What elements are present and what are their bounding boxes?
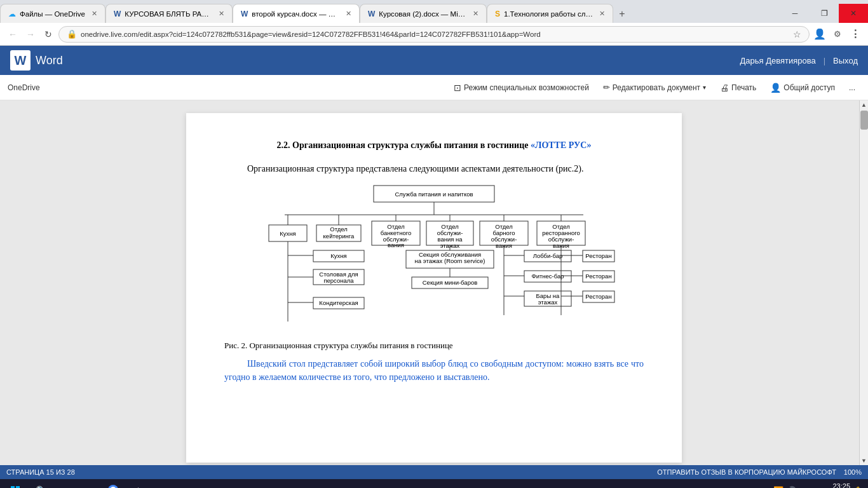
svg-text:Секция мини-баров: Секция мини-баров <box>423 279 478 286</box>
para2-text: Шведский стол представляет собой широкий… <box>224 359 644 382</box>
doc-content: 2.2. Организационная структура службы пи… <box>0 100 868 465</box>
word-tab1-icon: W <box>114 10 121 18</box>
tab-word1[interactable]: W КУРСОВАЯ БЛЯТЬ РАБОТА.d... ✕ <box>105 4 233 23</box>
address-text: onedrive.live.com/edit.aspx?cid=124c0727… <box>81 30 789 38</box>
browser-chrome: ☁ Файлы — OneDrive ✕ W КУРСОВАЯ БЛЯТЬ РА… <box>0 0 868 46</box>
print-icon: 🖨 <box>720 83 729 93</box>
lock-icon: 🔒 <box>67 29 77 39</box>
svg-text:Кухня: Кухня <box>280 230 295 237</box>
toolbar: OneDrive ⊡ Режим специальных возможносте… <box>0 75 868 100</box>
word-header: W Word Дарья Девятиярова | Выход <box>0 46 868 75</box>
nav-bar: ← → ↻ 🔒 onedrive.live.com/edit.aspx?cid=… <box>0 23 868 46</box>
svg-text:на этажах (Room service): на этажах (Room service) <box>415 257 485 264</box>
paragraph-1: Организационная структура представлена с… <box>224 162 644 175</box>
tab-onedrive-label: Файлы — OneDrive <box>20 10 85 18</box>
tab-word2-active[interactable]: W второй курсач.docx — Micro... ✕ <box>233 4 360 23</box>
menu-button[interactable]: ⋮ <box>848 27 863 42</box>
windows-taskbar: 🔍 ⧉ ✉ 🛍 📶 🔊 РУС 23:25 18.11.2019 🔔 <box>0 479 868 488</box>
back-button[interactable]: ← <box>5 27 20 42</box>
accessibility-icon: ⊡ <box>454 83 461 93</box>
word-app-name: Word <box>36 54 63 67</box>
user-name: Дарья Девятиярова <box>740 56 815 65</box>
section-heading: 2.2. Организационная структура службы пи… <box>224 139 644 152</box>
extensions-button[interactable]: ⚙ <box>830 27 845 42</box>
tab-tech-label: 1.Технология работы служб... <box>504 10 593 18</box>
forward-button[interactable]: → <box>23 27 38 42</box>
svg-text:Ресторан: Ресторан <box>585 252 611 259</box>
word-header-right: Дарья Девятиярова | Выход <box>740 56 858 65</box>
tab-onedrive[interactable]: ☁ Файлы — OneDrive ✕ <box>0 4 105 23</box>
svg-text:Отдел: Отдел <box>330 226 347 233</box>
tab-tech-close[interactable]: ✕ <box>599 10 605 18</box>
notifications-icon[interactable]: 🔔 <box>853 486 863 489</box>
tab-word1-close[interactable]: ✕ <box>219 10 224 18</box>
scroll-up-button[interactable]: ▲ <box>860 100 868 109</box>
word-tab3-icon: W <box>368 10 375 18</box>
reload-button[interactable]: ↻ <box>41 27 56 42</box>
store-taskbar-button[interactable]: 🛍 <box>128 479 151 488</box>
word-icon: W <box>10 50 31 71</box>
toolbar-right: ⊡ Режим специальных возможностей ✏ Редак… <box>449 80 860 95</box>
svg-text:этажах: этажах <box>538 299 558 306</box>
zoom-level: 100% <box>844 468 862 476</box>
bookmark-icon[interactable]: ☆ <box>793 29 801 39</box>
edit-chevron-icon: ▾ <box>703 84 706 91</box>
start-button[interactable] <box>3 479 28 488</box>
tab-onedrive-close[interactable]: ✕ <box>92 10 97 18</box>
section-title-link[interactable]: «ЛОТТЕ РУС» <box>531 140 591 150</box>
tab-word2-close[interactable]: ✕ <box>346 10 351 18</box>
profile-button[interactable]: 👤 <box>812 27 827 42</box>
feedback-text: ОТПРАВИТЬ ОТЗЫВ В КОРПОРАЦИЮ МАЙКРОСОФТ <box>657 468 836 476</box>
org-chart: Служба питания и напитков Кухня <box>224 182 644 334</box>
volume-icon: 🔊 <box>786 486 796 489</box>
share-icon: 👤 <box>770 83 781 93</box>
tab-kursovaya[interactable]: W Курсовая (2).docx — Microsof... ✕ <box>360 4 487 23</box>
mail-taskbar-button[interactable]: ✉ <box>78 479 100 488</box>
task-view-button[interactable]: ⧉ <box>53 479 76 488</box>
restore-button[interactable]: ❐ <box>810 4 839 23</box>
onedrive-breadcrumb[interactable]: OneDrive <box>8 83 40 92</box>
print-button[interactable]: 🖨 Печать <box>715 80 761 95</box>
header-divider: | <box>824 56 825 65</box>
s-tab-icon: S <box>495 10 500 18</box>
tab-kursovaya-close[interactable]: ✕ <box>473 10 478 18</box>
tab-word1-label: КУРСОВАЯ БЛЯТЬ РАБОТА.d... <box>125 10 212 18</box>
accessibility-label: Режим специальных возможностей <box>464 83 589 92</box>
edit-document-button[interactable]: ✏ Редактировать документ ▾ <box>598 80 711 95</box>
scrollbar: ▲ ▼ <box>859 100 868 465</box>
svg-text:вания: вания <box>388 241 404 248</box>
chrome-taskbar-app[interactable] <box>102 479 127 488</box>
accessibility-button[interactable]: ⊡ Режим специальных возможностей <box>449 80 594 95</box>
document-page: 2.2. Организационная структура службы пи… <box>186 113 682 463</box>
svg-text:Кухня: Кухня <box>330 252 346 259</box>
edit-label: Редактировать документ <box>613 83 700 92</box>
figure-caption: Рис. 2. Организационная структура службы… <box>224 339 644 352</box>
share-label: Общий доступ <box>783 83 835 92</box>
search-taskbar-button[interactable]: 🔍 <box>29 479 52 488</box>
svg-text:Лобби-бар: Лобби-бар <box>533 252 563 259</box>
chrome-taskbar-icon <box>107 484 119 488</box>
new-tab-button[interactable]: + <box>613 5 631 23</box>
svg-text:Ресторан: Ресторан <box>585 273 611 280</box>
edit-icon: ✏ <box>603 83 610 92</box>
org-chart-svg: Служба питания и напитков Кухня <box>250 182 618 334</box>
share-button[interactable]: 👤 Общий доступ <box>765 80 840 95</box>
address-bar[interactable]: 🔒 onedrive.live.com/edit.aspx?cid=124c07… <box>58 26 810 43</box>
section-title-text: 2.2. Организационная структура службы пи… <box>277 140 531 150</box>
paragraph-2: Шведский стол представляет собой широкий… <box>224 357 644 384</box>
logout-button[interactable]: Выход <box>833 56 858 65</box>
page-info: СТРАНИЦА 15 ИЗ 28 <box>6 468 75 476</box>
close-button[interactable]: ✕ <box>839 4 868 23</box>
more-button[interactable]: ... <box>844 81 860 95</box>
minimize-button[interactable]: ─ <box>780 4 810 23</box>
tab-tech[interactable]: S 1.Технология работы служб... ✕ <box>487 4 613 23</box>
tab-bar: ☁ Файлы — OneDrive ✕ W КУРСОВАЯ БЛЯТЬ РА… <box>0 0 868 23</box>
network-icon: 📶 <box>773 486 783 489</box>
word-logo: W Word <box>10 50 63 71</box>
scroll-thumb[interactable] <box>860 111 868 130</box>
cloud-icon: ☁ <box>8 10 16 18</box>
scroll-down-button[interactable]: ▼ <box>860 456 868 465</box>
print-label: Печать <box>731 83 756 92</box>
svg-text:персонала: персонала <box>323 277 354 284</box>
system-tray: 📶 🔊 РУС 23:25 18.11.2019 🔔 <box>773 482 865 488</box>
